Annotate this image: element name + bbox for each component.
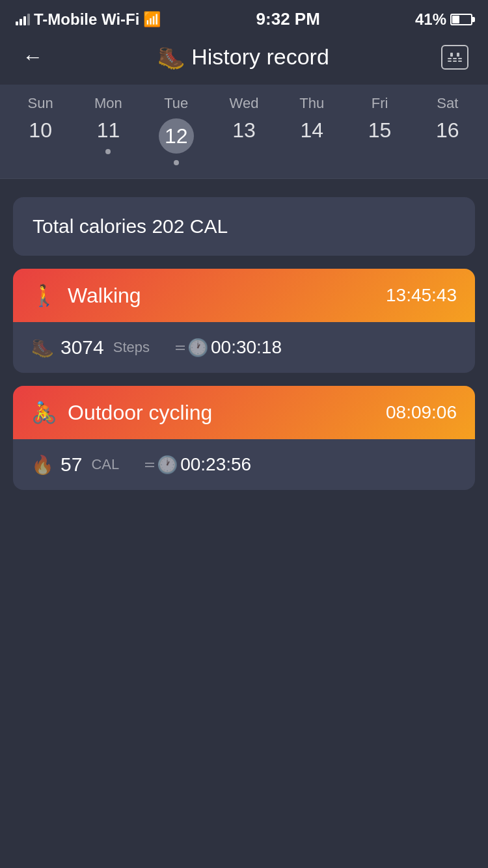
day-number: 14 bbox=[300, 118, 323, 142]
fire-icon: 🔥 bbox=[31, 454, 54, 476]
battery-icon bbox=[450, 14, 472, 25]
calories-card: Total calories 202 CAL bbox=[13, 197, 475, 256]
day-name: Fri bbox=[372, 95, 388, 112]
cycling-duration-item: 🕐 00:23:56 bbox=[145, 454, 251, 475]
day-number: 12 bbox=[159, 118, 194, 154]
calendar-day-10[interactable]: Sun10 bbox=[11, 95, 70, 142]
carrier-label: T-Mobile Wi-Fi bbox=[34, 10, 139, 29]
walking-duration: 00:30:18 bbox=[211, 337, 282, 358]
cycling-time: 08:09:06 bbox=[386, 402, 457, 423]
calendar-day-13[interactable]: Wed13 bbox=[215, 95, 273, 142]
clock-icon: 🕐 bbox=[187, 338, 208, 358]
cycling-calories-item: 🔥 57 CAL bbox=[31, 454, 119, 476]
separator-lines-2 bbox=[145, 463, 154, 467]
header-title-group: 🥾 History record bbox=[157, 44, 329, 70]
page-title: History record bbox=[191, 44, 329, 70]
separator-lines bbox=[176, 346, 185, 350]
walking-activity-card[interactable]: 🚶 Walking 13:45:43 🥾 3074 Steps 🕐 00:30:… bbox=[13, 269, 475, 373]
signal-icon bbox=[16, 14, 30, 25]
walking-icon: 🚶 bbox=[31, 283, 57, 308]
header: ← 🥾 History record bbox=[0, 36, 488, 85]
day-name: Sat bbox=[437, 95, 458, 112]
cycling-duration: 00:23:56 bbox=[180, 454, 251, 475]
cycling-name: Outdoor cycling bbox=[68, 401, 212, 425]
walking-details: 🥾 3074 Steps 🕐 00:30:18 bbox=[13, 322, 475, 373]
cycling-header: 🚴 Outdoor cycling 08:09:06 bbox=[13, 386, 475, 439]
day-activity-dot bbox=[105, 149, 111, 154]
day-name: Sun bbox=[28, 95, 53, 112]
steps-icon: 🥾 bbox=[31, 337, 54, 359]
walking-header-left: 🚶 Walking bbox=[31, 283, 141, 308]
cycling-icon: 🚴 bbox=[31, 400, 57, 425]
day-number: 16 bbox=[436, 118, 459, 142]
status-left: T-Mobile Wi-Fi 📶 bbox=[16, 10, 161, 29]
day-name: Tue bbox=[164, 95, 188, 112]
day-name: Thu bbox=[299, 95, 324, 112]
day-number: 15 bbox=[368, 118, 392, 142]
calendar-day-11[interactable]: Mon11 bbox=[79, 95, 137, 154]
calendar-day-16[interactable]: Sat16 bbox=[418, 95, 477, 142]
cycling-header-left: 🚴 Outdoor cycling bbox=[31, 400, 212, 425]
walking-steps: 3074 bbox=[61, 336, 104, 359]
walking-duration-item: 🕐 00:30:18 bbox=[176, 337, 282, 358]
calendar-week: Sun10Mon11Tue12Wed13Thu14Fri15Sat16 bbox=[0, 85, 488, 179]
status-right: 41% bbox=[415, 10, 472, 29]
walking-name: Walking bbox=[68, 284, 141, 308]
day-number: 10 bbox=[29, 118, 52, 142]
calories-text: Total calories 202 CAL bbox=[33, 215, 228, 237]
battery-percent: 41% bbox=[415, 10, 446, 29]
day-name: Wed bbox=[230, 95, 259, 112]
wifi-icon: 📶 bbox=[143, 11, 161, 28]
cycling-calories: 57 bbox=[61, 454, 82, 476]
calendar-day-15[interactable]: Fri15 bbox=[351, 95, 409, 142]
back-button[interactable]: ← bbox=[20, 42, 46, 72]
shoe-icon: 🥾 bbox=[157, 44, 185, 70]
calendar-day-14[interactable]: Thu14 bbox=[282, 95, 341, 142]
steps-unit: Steps bbox=[113, 339, 150, 356]
walking-header: 🚶 Walking 13:45:43 bbox=[13, 269, 475, 322]
cycling-activity-card[interactable]: 🚴 Outdoor cycling 08:09:06 🔥 57 CAL 🕐 00… bbox=[13, 386, 475, 490]
walking-steps-item: 🥾 3074 Steps bbox=[31, 336, 150, 359]
walking-time: 13:45:43 bbox=[386, 285, 457, 306]
day-name: Mon bbox=[94, 95, 122, 112]
clock-icon-2: 🕐 bbox=[157, 455, 178, 475]
day-activity-dot bbox=[174, 160, 179, 165]
main-content: Total calories 202 CAL 🚶 Walking 13:45:4… bbox=[0, 179, 488, 503]
day-number: 11 bbox=[97, 118, 120, 142]
calories-unit: CAL bbox=[91, 456, 119, 473]
calendar-button[interactable] bbox=[441, 45, 468, 70]
status-bar: T-Mobile Wi-Fi 📶 9:32 PM 41% bbox=[0, 0, 488, 36]
calendar-day-12[interactable]: Tue12 bbox=[147, 95, 206, 165]
cycling-details: 🔥 57 CAL 🕐 00:23:56 bbox=[13, 439, 475, 490]
status-time: 9:32 PM bbox=[256, 9, 320, 29]
day-number: 13 bbox=[232, 118, 256, 142]
